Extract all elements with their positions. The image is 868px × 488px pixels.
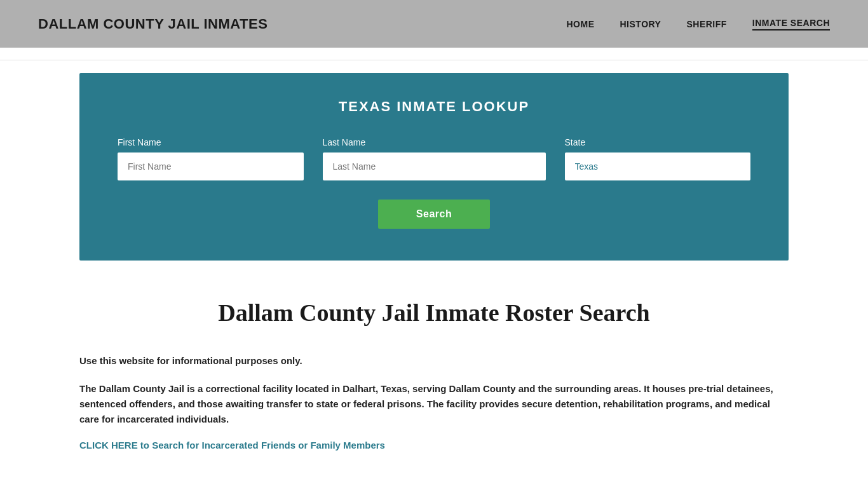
nav-home[interactable]: HOME [567, 19, 595, 29]
first-name-input[interactable] [118, 152, 304, 180]
first-name-label: First Name [118, 137, 304, 147]
nav-history[interactable]: HISTORY [620, 19, 661, 29]
search-fields-container: First Name Last Name State [118, 137, 750, 180]
page-title: Dallam County Jail Inmate Roster Search [79, 299, 789, 328]
last-name-input[interactable] [323, 152, 546, 180]
search-panel-title: TEXAS INMATE LOOKUP [118, 98, 750, 115]
search-link[interactable]: CLICK HERE to Search for Incarcerated Fr… [79, 440, 385, 451]
disclaimer-text: Use this website for informational purpo… [79, 353, 789, 369]
nav-inmate-search[interactable]: INMATE SEARCH [752, 18, 830, 30]
search-button[interactable]: Search [378, 200, 490, 229]
first-name-group: First Name [118, 137, 304, 180]
state-group: State [565, 137, 751, 180]
main-nav: HOME HISTORY SHERIFF INMATE SEARCH [567, 18, 831, 30]
last-name-group: Last Name [323, 137, 546, 180]
search-panel: TEXAS INMATE LOOKUP First Name Last Name… [79, 73, 789, 261]
description-text: The Dallam County Jail is a correctional… [79, 381, 789, 427]
state-input[interactable] [565, 152, 751, 180]
sub-header-bar [0, 48, 868, 60]
nav-sheriff[interactable]: SHERIFF [686, 19, 726, 29]
site-title: DALLAM COUNTY JAIL INMATES [38, 16, 268, 32]
state-label: State [565, 137, 751, 147]
last-name-label: Last Name [323, 137, 546, 147]
search-button-container: Search [118, 200, 750, 229]
site-header: DALLAM COUNTY JAIL INMATES HOME HISTORY … [0, 0, 868, 48]
main-content: Dallam County Jail Inmate Roster Search … [0, 273, 868, 477]
